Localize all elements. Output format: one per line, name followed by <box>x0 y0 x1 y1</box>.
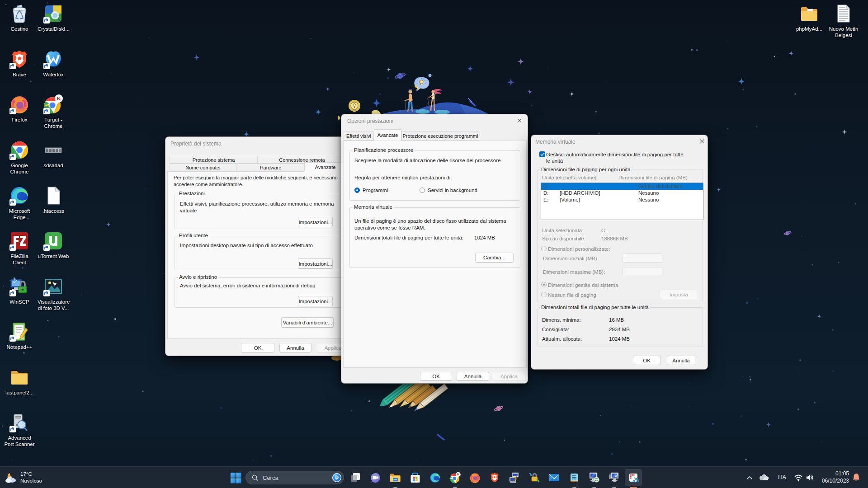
radio-servizi-label: Servizi in background <box>428 188 477 193</box>
snipping-tool-button[interactable] <box>625 469 642 486</box>
desktop-icon-crystaldiskinfo[interactable]: CrystalDiskI... <box>34 3 72 32</box>
desktop-icon-filezilla[interactable]: FileZilla Client <box>0 230 38 266</box>
tab-avanzate[interactable]: Avanzate <box>304 162 346 172</box>
desktop-icon-utorrent-web[interactable]: uTorrent Web <box>34 230 72 259</box>
change-button[interactable]: Cambia... <box>475 253 514 263</box>
remote-desktop-button[interactable] <box>506 469 523 486</box>
startup-settings-button[interactable]: Impostazioni... <box>298 296 333 306</box>
dialog-title: Opzioni prestazioni <box>347 118 393 124</box>
turgut-chrome-button[interactable]: K <box>446 469 463 486</box>
tab-nome-computer[interactable]: Nome computer <box>170 164 237 172</box>
ok-button[interactable]: OK <box>241 343 274 352</box>
notepad-plus-plus-button[interactable] <box>566 469 583 486</box>
tab-protezione-esecuzione[interactable]: Protezione esecuzione programmi <box>401 131 479 141</box>
max-size-label: Dimensioni massime (MB): <box>543 269 605 275</box>
desktop-icon-visualizzatore-3d[interactable]: Visualizzatore di foto 3D V... <box>34 276 72 311</box>
weather-condition: Nuvoloso <box>20 478 42 484</box>
virtual-memory-group-label: Memoria virtuale <box>353 204 394 210</box>
task-view-button[interactable] <box>347 469 364 486</box>
desktop-icon-sdsadad[interactable]: sdsadad <box>34 140 72 169</box>
tray-clock[interactable]: 01:05 06/10/2023 <box>822 470 849 484</box>
cancel-button[interactable]: Annulla <box>667 356 695 365</box>
desktop-icon-advanced-port-scanner[interactable]: Advanced Port Scanner <box>0 412 38 447</box>
tray-chevron-button[interactable] <box>745 473 755 482</box>
remote-connection-icon <box>588 472 600 483</box>
max-size-input[interactable] <box>623 267 662 276</box>
desktop-icon-recycle-bin[interactable]: Cestino <box>0 3 38 32</box>
bell-icon <box>852 473 861 483</box>
radio-dimensioni-sistema[interactable] <box>541 282 547 287</box>
environment-variables-button[interactable]: Variabili d'ambiente... <box>281 317 334 328</box>
shortcut-arrow-icon <box>9 199 16 206</box>
search-icon <box>252 474 259 481</box>
weather-widget[interactable]: 17°C Nuvoloso <box>5 469 42 486</box>
radio-dimensioni-personalizzate[interactable] <box>541 246 547 251</box>
tray-language[interactable]: ITA <box>778 474 786 480</box>
initial-size-input[interactable] <box>623 253 662 263</box>
drive-row-e[interactable]: E: [Volume] Nessuno <box>541 197 703 203</box>
auto-manage-checkbox[interactable] <box>539 151 545 157</box>
brave-button[interactable] <box>486 469 503 486</box>
column-header-size: Dimensioni file di paging (MB) <box>618 175 688 180</box>
close-icon[interactable] <box>516 117 523 124</box>
desktop-icon-turgut-chrome[interactable]: K Turgut - Chrome <box>34 94 72 129</box>
mail-button[interactable] <box>546 469 563 486</box>
performance-settings-button[interactable]: Impostazioni... <box>298 217 333 227</box>
task-view-icon <box>350 472 361 483</box>
desktop-icon-google-chrome[interactable]: Google Chrome <box>0 140 38 175</box>
microsoft-edge-icon <box>429 472 441 483</box>
bing-icon <box>332 473 342 483</box>
chat-button[interactable] <box>367 469 384 486</box>
desktop-icon-notepad-plus-plus[interactable]: Notepad++ <box>0 321 38 350</box>
drive-listbox[interactable]: C: Gestito dal sistema D: [HDD ARCHIVIO]… <box>541 183 703 220</box>
search-placeholder: Cerca <box>263 474 278 481</box>
desktop-icon-fastpanel[interactable]: fastpanel2... <box>0 367 38 396</box>
desktop-icon-waterfox[interactable]: Waterfox <box>34 49 72 78</box>
radio-custom-label: Dimensioni personalizzate: <box>548 246 610 252</box>
volume-icon <box>805 473 814 482</box>
performance-desc-line1: Effetti visivi, pianificazione processor… <box>180 201 334 206</box>
available-space-label: Spazio disponibile: <box>542 236 585 241</box>
notepad-icon <box>569 472 580 483</box>
radio-servizi-background[interactable] <box>420 188 425 193</box>
tab-effetti-visivi[interactable]: Effetti visivi <box>344 131 374 141</box>
cancel-button[interactable]: Annulla <box>279 343 311 352</box>
desktop-icon-nuovo-metin[interactable]: Nuovo Metin Belgesi <box>825 3 863 38</box>
search-box[interactable]: Cerca <box>245 471 344 484</box>
close-icon[interactable] <box>698 138 706 145</box>
tab-hardware[interactable]: Hardware <box>237 164 304 172</box>
file-explorer-button[interactable] <box>387 469 404 486</box>
desktop-icon-microsoft-edge[interactable]: Microsoft Edge <box>0 185 38 221</box>
wifi-tray-button[interactable] <box>794 473 803 484</box>
remote-connection-button[interactable] <box>585 469 603 486</box>
min-size-value: 16 MB <box>609 317 624 323</box>
desktop-icon-firefox[interactable]: Firefox <box>0 94 38 123</box>
brave-icon <box>489 472 500 483</box>
ok-button[interactable]: OK <box>633 356 660 365</box>
volume-tray-button[interactable] <box>805 473 814 484</box>
winscp-button[interactable] <box>526 469 543 486</box>
tab-protezione-sistema[interactable]: Protezione sistema <box>170 156 258 164</box>
drive-row-c[interactable]: C: Gestito dal sistema <box>541 183 703 190</box>
tab-avanzate[interactable]: Avanzate <box>374 129 401 141</box>
desktop-icon-brave[interactable]: Brave <box>0 49 38 78</box>
apply-button[interactable]: Applica <box>493 372 525 381</box>
set-button[interactable]: Imposta <box>660 290 698 299</box>
firefox-button[interactable] <box>466 469 483 486</box>
radio-nessun-file[interactable] <box>541 292 547 297</box>
microsoft-edge-button[interactable] <box>426 469 443 486</box>
onedrive-tray-button[interactable] <box>759 473 769 483</box>
microsoft-store-button[interactable] <box>406 469 424 486</box>
notification-bell-button[interactable] <box>852 473 861 484</box>
desktop-icon-winscp[interactable]: WinSCP <box>0 276 38 305</box>
radio-programmi[interactable] <box>354 188 360 193</box>
start-button[interactable] <box>227 469 244 486</box>
ok-button[interactable]: OK <box>420 372 452 381</box>
desktop-icon-phpmyadmin[interactable]: phpMyAd... <box>790 3 828 32</box>
user-profiles-settings-button[interactable]: Impostazioni... <box>298 258 333 269</box>
desktop-icon-htaccess[interactable]: .htaccess <box>34 185 72 214</box>
min-size-label: Dimens. minima: <box>542 317 581 323</box>
drive-row-d[interactable]: D: [HDD ARCHIVIO] Nessuno <box>541 190 703 197</box>
cancel-button[interactable]: Annulla <box>457 372 489 381</box>
system-properties-button[interactable] <box>605 469 623 486</box>
